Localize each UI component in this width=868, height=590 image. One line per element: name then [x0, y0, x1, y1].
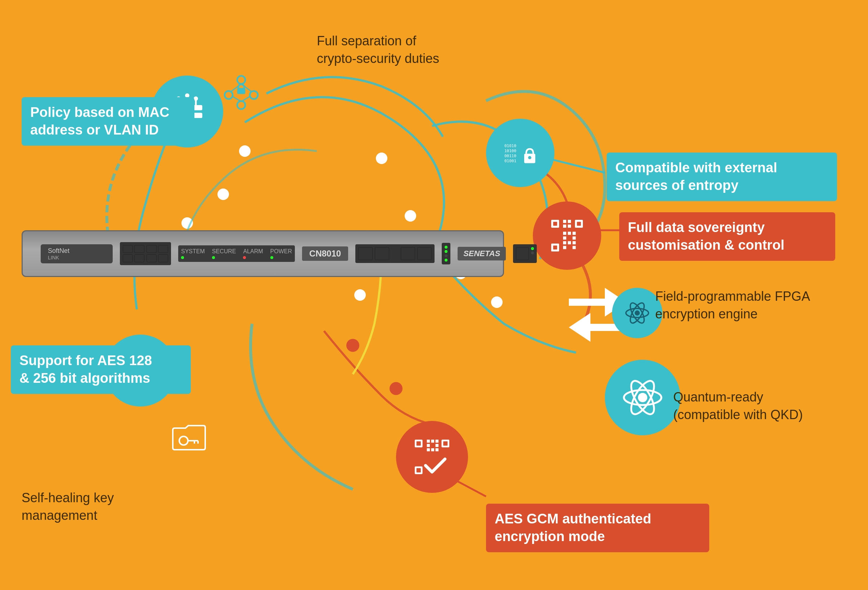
full-separation-text: Full separation ofcrypto-security duties [317, 32, 461, 67]
svg-text:10100: 10100 [504, 149, 516, 153]
quantum-circle [605, 360, 681, 435]
svg-point-5 [404, 210, 416, 222]
svg-point-8 [346, 339, 359, 352]
svg-rect-49 [563, 236, 566, 240]
svg-text:01010: 01010 [504, 144, 516, 148]
svg-rect-52 [568, 241, 571, 244]
fpga-text: Field-programmable FPGAencryption engine [655, 288, 835, 323]
svg-rect-50 [573, 236, 576, 240]
svg-point-72 [179, 436, 188, 445]
svg-rect-54 [563, 246, 566, 249]
svg-rect-46 [563, 232, 566, 235]
svg-point-56 [635, 310, 640, 315]
svg-point-9 [390, 382, 403, 395]
svg-rect-77 [416, 441, 421, 446]
data-sovereignty-label: Full data sovereigntycustomisation & con… [619, 212, 835, 261]
svg-point-92 [250, 91, 258, 99]
svg-point-91 [224, 91, 233, 99]
policy-label: Policy based on MACaddress or VLAN ID [22, 97, 195, 146]
key-folder-icon [165, 414, 213, 461]
svg-rect-84 [435, 440, 438, 443]
svg-point-0 [239, 145, 251, 157]
network-lock-icon [216, 65, 266, 115]
svg-point-35 [528, 156, 531, 159]
aes-gcm-circle [396, 421, 468, 493]
compatible-entropy-label: Compatible with externalsources of entro… [607, 153, 837, 201]
network-device: SoftNet LINK [22, 230, 504, 277]
svg-text:00110: 00110 [504, 154, 516, 158]
svg-point-2 [182, 217, 193, 229]
svg-rect-87 [427, 448, 430, 451]
svg-point-4 [376, 153, 387, 164]
svg-line-96 [233, 96, 241, 102]
svg-rect-37 [554, 222, 557, 226]
svg-rect-85 [427, 444, 430, 447]
svg-point-7 [354, 289, 366, 301]
fpga-atom-circle [612, 288, 663, 338]
svg-point-93 [237, 101, 245, 109]
svg-point-11 [491, 296, 503, 308]
entropy-circle: 01010 10100 00110 01001 [486, 119, 554, 187]
svg-rect-42 [563, 220, 566, 223]
svg-rect-48 [573, 232, 576, 235]
self-healing-text: Self-healing keymanagement [22, 489, 165, 524]
svg-rect-44 [563, 225, 566, 228]
svg-rect-55 [573, 246, 576, 249]
svg-rect-81 [416, 468, 421, 472]
svg-rect-83 [431, 440, 434, 443]
svg-rect-79 [443, 441, 447, 446]
aes-support-label: Support for AES 128& 256 bit algorithms [11, 345, 191, 394]
svg-rect-39 [577, 222, 581, 226]
svg-rect-88 [431, 448, 434, 451]
svg-rect-82 [427, 440, 430, 443]
sovereignty-circle [533, 202, 601, 270]
svg-rect-53 [573, 241, 576, 244]
svg-rect-41 [554, 246, 557, 250]
svg-rect-51 [563, 241, 566, 244]
svg-point-1 [217, 188, 229, 200]
svg-rect-98 [237, 88, 245, 94]
svg-rect-86 [435, 444, 438, 447]
svg-rect-43 [568, 220, 571, 223]
svg-point-60 [638, 393, 647, 402]
svg-rect-89 [435, 448, 438, 451]
svg-rect-47 [568, 232, 571, 235]
svg-point-90 [237, 76, 245, 84]
quantum-text: Quantum-ready(compatible with QKD) [673, 388, 853, 424]
svg-rect-45 [568, 225, 571, 228]
svg-line-97 [241, 96, 250, 102]
aes-gcm-label: AES GCM authenticatedencryption mode [486, 504, 709, 552]
svg-text:01001: 01001 [504, 159, 516, 163]
